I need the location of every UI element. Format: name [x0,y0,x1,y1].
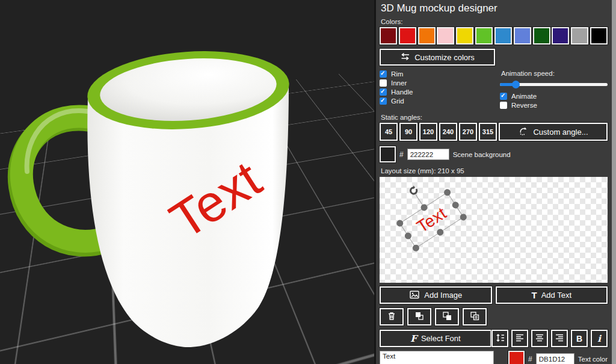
angle-240-button[interactable]: 240 [439,123,457,141]
swap-arrows-icon [400,52,410,63]
color-swatch[interactable] [494,27,512,45]
animate-checkbox[interactable] [500,93,507,100]
send-backward-button[interactable] [435,308,459,325]
line-spacing-icon [495,333,505,345]
rotate-icon [518,126,529,138]
add-text-button[interactable]: T Add Text [496,286,608,304]
color-swatch[interactable] [552,27,569,45]
color-swatch[interactable] [418,27,436,45]
reverse-checkbox[interactable] [500,102,507,109]
slider-thumb[interactable] [512,81,520,88]
add-image-button[interactable]: Add Image [380,286,492,304]
panel-scrollbar[interactable] [612,0,616,364]
custom-angle-button[interactable]: Custom angle... [499,123,608,141]
scene-background-label: Scene background [453,151,511,158]
align-center-icon [535,333,544,344]
text-color-swatch[interactable] [508,351,525,364]
handle-checkbox[interactable] [380,88,387,96]
text-content-input[interactable]: Text [380,351,494,364]
italic-button[interactable]: i [591,330,608,347]
color-swatch[interactable] [437,27,454,45]
color-swatch[interactable] [399,27,416,45]
3d-preview-scene[interactable]: Text [0,0,374,364]
inner-toggle[interactable]: Inner [380,79,500,87]
page-title: 3D Mug mockup designer [381,2,608,14]
selected-object[interactable]: Text [399,192,464,248]
color-swatch[interactable] [514,27,531,45]
bring-forward-icon [414,310,425,323]
layout-size-label: Layout size (mm): 210 x 95 [381,167,608,174]
color-swatch[interactable] [533,27,550,45]
duplicate-button[interactable] [463,308,487,325]
font-icon: F [410,333,417,344]
color-swatch-row [380,27,608,45]
angle-315-button[interactable]: 315 [479,123,497,141]
image-icon [409,289,420,301]
handle-toggle[interactable]: Handle [380,88,500,96]
grid-toggle[interactable]: Grid [380,97,500,105]
angle-270-button[interactable]: 270 [459,123,477,141]
angle-45-button[interactable]: 45 [380,123,398,141]
text-icon: T [531,290,537,300]
animation-speed-slider[interactable] [500,81,608,88]
angle-buttons: 4590120240270315 [380,123,497,141]
align-left-button[interactable] [511,330,528,347]
scrollbar-thumb[interactable] [612,0,616,364]
send-backward-icon [442,310,452,323]
scene-background-hex-input[interactable] [407,149,449,160]
animate-toggle[interactable]: Animate [500,92,608,100]
animation-speed-label: Animation speed: [501,70,608,77]
color-swatch[interactable] [456,27,473,45]
rim-toggle[interactable]: Rim [380,70,500,78]
duplicate-icon [469,310,480,323]
reverse-toggle[interactable]: Reverse [500,101,608,110]
bold-button[interactable]: B [571,330,588,347]
line-spacing-button[interactable] [491,330,508,347]
delete-button[interactable] [380,308,404,325]
colors-label: Colors: [381,18,608,25]
customize-colors-button[interactable]: Customize colors [380,49,495,66]
color-swatch[interactable] [571,27,588,45]
hash-sign: # [399,150,404,159]
align-right-icon [555,333,564,344]
angle-120-button[interactable]: 120 [419,123,437,141]
control-panel: 3D Mug mockup designer Colors: Customize… [374,0,616,364]
grid-checkbox[interactable] [380,97,387,105]
align-right-button[interactable] [551,330,568,347]
angle-90-button[interactable]: 90 [399,123,417,141]
align-left-icon [515,333,525,344]
static-angles-label: Static angles: [381,114,608,121]
rim-checkbox[interactable] [380,70,387,78]
canvas-text-object[interactable]: Text [400,193,463,248]
select-font-button[interactable]: F Select Font [380,330,491,347]
color-swatch[interactable] [590,27,608,45]
text-color-hex-input[interactable] [536,353,574,364]
scene-background-swatch[interactable] [380,146,396,162]
text-color-label: Text color [578,356,608,363]
mug-part-toggles: RimInnerHandleGrid [380,70,500,110]
align-center-button[interactable] [531,330,548,347]
inner-checkbox[interactable] [380,79,387,87]
bring-forward-button[interactable] [407,308,431,325]
rotate-handle-icon[interactable] [406,184,420,198]
hash-sign: # [528,355,532,363]
color-swatch[interactable] [475,27,493,45]
design-canvas[interactable]: Text [380,177,608,283]
mug-3d-model: Text [0,0,374,364]
color-swatch[interactable] [380,27,397,45]
trash-icon [386,310,397,323]
